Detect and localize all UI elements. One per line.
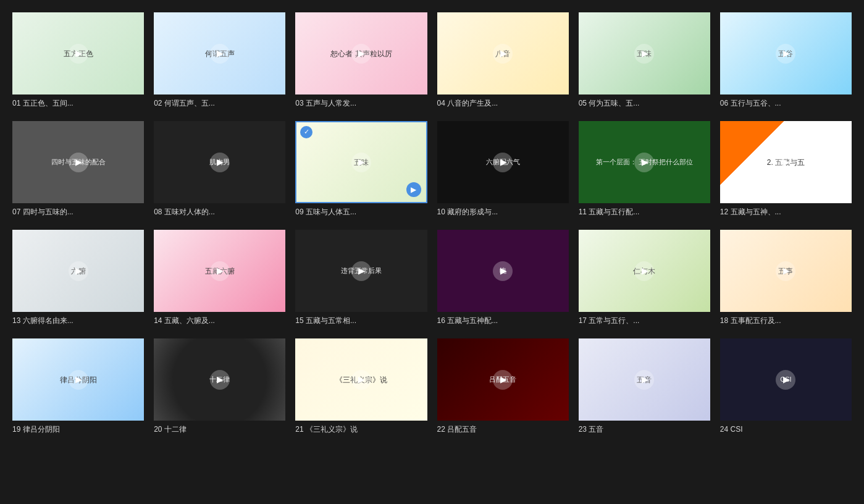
- thumbnail-6[interactable]: 五谷: [720, 12, 852, 94]
- thumbnail-4[interactable]: 八音: [437, 12, 569, 94]
- video-title-2: 02 何谓五声、五...: [154, 98, 285, 109]
- thumbnail-16[interactable]: 魄: [437, 230, 569, 312]
- video-item-6[interactable]: 五谷06 五行与五谷、...: [720, 12, 852, 109]
- play-button-16[interactable]: [493, 261, 513, 281]
- video-item-12[interactable]: 2. 五藏与五12 五藏与五神、...: [720, 121, 852, 217]
- play-button-11[interactable]: [634, 153, 654, 172]
- video-title-20: 20 十二律: [154, 424, 285, 435]
- thumbnail-8[interactable]: 肌肉男: [154, 121, 285, 203]
- play-button-19[interactable]: [69, 370, 88, 390]
- play-button-3[interactable]: [351, 44, 371, 64]
- thumbnail-20[interactable]: 十二律: [154, 338, 285, 421]
- video-item-14[interactable]: 五藏六腑14 五藏、六腑及...: [154, 230, 285, 326]
- video-title-21: 21 《三礼义宗》说: [295, 424, 427, 435]
- video-title-3: 03 五声与人常发...: [295, 98, 427, 109]
- play-button-12[interactable]: [776, 153, 795, 172]
- thumbnail-11[interactable]: 第一个层面： 五时祭把什么部位: [579, 121, 710, 203]
- thumbnail-9[interactable]: 五味✓▶: [295, 121, 427, 203]
- video-item-7[interactable]: 四时与五味的配合07 四时与五味的...: [12, 121, 144, 217]
- thumbnail-17[interactable]: 仁与木: [579, 230, 710, 312]
- video-title-14: 14 五藏、六腑及...: [154, 316, 285, 326]
- thumbnail-22[interactable]: 吕配五音: [437, 338, 569, 421]
- thumb-bg-8: 肌肉男: [154, 121, 285, 203]
- thumbnail-1[interactable]: 五方正色: [12, 12, 144, 94]
- play-button-8[interactable]: [210, 153, 230, 172]
- thumb-bg-3: 恕心者 其声粒以厉: [295, 12, 427, 94]
- thumbnail-7[interactable]: 四时与五味的配合: [12, 121, 144, 203]
- play-button-15[interactable]: [351, 261, 371, 281]
- thumbnail-15[interactable]: 违背五常后果: [295, 230, 427, 312]
- video-title-13: 13 六腑得名由来...: [12, 316, 144, 326]
- video-item-15[interactable]: 违背五常后果15 五藏与五常相...: [295, 230, 427, 326]
- play-button-9[interactable]: [351, 153, 371, 172]
- video-item-18[interactable]: 五事18 五事配五行及...: [720, 230, 852, 326]
- thumbnail-5[interactable]: 五味: [579, 12, 710, 94]
- thumb-bg-14: 五藏六腑: [154, 230, 285, 312]
- video-item-2[interactable]: 何谓五声02 何谓五声、五...: [154, 12, 285, 109]
- play-button-23[interactable]: [634, 370, 654, 390]
- thumbnail-10[interactable]: 六腑配六气: [437, 121, 569, 203]
- video-item-1[interactable]: 五方正色01 五正色、五间...: [12, 12, 144, 109]
- thumbnail-18[interactable]: 五事: [720, 230, 852, 312]
- video-item-20[interactable]: 十二律20 十二律: [154, 338, 285, 435]
- thumb-bg-18: 五事: [720, 230, 852, 312]
- video-item-5[interactable]: 五味05 何为五味、五...: [579, 12, 710, 109]
- video-item-22[interactable]: 吕配五音22 吕配五音: [437, 338, 569, 435]
- thumbnail-23[interactable]: 五音: [579, 338, 710, 421]
- play-button-17[interactable]: [634, 261, 654, 281]
- video-item-13[interactable]: 六腑13 六腑得名由来...: [12, 230, 144, 326]
- video-item-24[interactable]: CSI24 CSI: [720, 338, 852, 435]
- thumb-bg-9: 五味✓▶: [296, 122, 426, 202]
- video-item-10[interactable]: 六腑配六气10 藏府的形成与...: [437, 121, 569, 217]
- video-item-19[interactable]: 律吕分阴阳19 律吕分阴阳: [12, 338, 144, 435]
- play-button-6[interactable]: [776, 44, 795, 64]
- video-item-11[interactable]: 第一个层面： 五时祭把什么部位11 五藏与五行配...: [579, 121, 710, 217]
- thumb-bg-17: 仁与木: [579, 230, 710, 312]
- play-button-5[interactable]: [634, 44, 654, 64]
- video-item-17[interactable]: 仁与木17 五常与五行、...: [579, 230, 710, 326]
- play-button-10[interactable]: [493, 153, 513, 172]
- play-button-4[interactable]: [493, 44, 513, 64]
- video-item-21[interactable]: 《三礼义宗》说21 《三礼义宗》说: [295, 338, 427, 435]
- play-button-1[interactable]: [69, 44, 88, 64]
- thumbnail-14[interactable]: 五藏六腑: [154, 230, 285, 312]
- thumbnail-13[interactable]: 六腑: [12, 230, 144, 312]
- thumbnail-21[interactable]: 《三礼义宗》说: [295, 338, 427, 421]
- play-button-24[interactable]: [776, 370, 795, 390]
- play-button-14[interactable]: [210, 261, 230, 281]
- thumbnail-3[interactable]: 恕心者 其声粒以厉: [295, 12, 427, 94]
- play-button-21[interactable]: [351, 370, 371, 390]
- play-button-18[interactable]: [776, 261, 795, 281]
- video-item-8[interactable]: 肌肉男08 五味对人体的...: [154, 121, 285, 217]
- video-item-16[interactable]: 魄16 五藏与五神配...: [437, 230, 569, 326]
- thumb-bg-7: 四时与五味的配合: [12, 121, 144, 203]
- video-title-15: 15 五藏与五常相...: [295, 316, 427, 326]
- thumb-bg-11: 第一个层面： 五时祭把什么部位: [579, 121, 710, 203]
- play-button-13[interactable]: [69, 261, 88, 281]
- video-item-9[interactable]: 五味✓▶09 五味与人体五...: [295, 121, 427, 217]
- thumb-bg-1: 五方正色: [12, 12, 144, 94]
- thumb-bg-13: 六腑: [12, 230, 144, 312]
- thumb-bg-24: CSI: [720, 338, 852, 421]
- thumb-bg-22: 吕配五音: [437, 338, 569, 421]
- video-item-23[interactable]: 五音23 五音: [579, 338, 710, 435]
- thumbnail-12[interactable]: 2. 五藏与五: [720, 121, 852, 203]
- video-item-3[interactable]: 恕心者 其声粒以厉03 五声与人常发...: [295, 12, 427, 109]
- thumbnail-2[interactable]: 何谓五声: [154, 12, 285, 94]
- thumb-bg-4: 八音: [437, 12, 569, 94]
- video-item-4[interactable]: 八音04 八音的产生及...: [437, 12, 569, 109]
- play-button-2[interactable]: [210, 44, 230, 64]
- thumb-bg-2: 何谓五声: [154, 12, 285, 94]
- play-button-20[interactable]: [210, 370, 230, 390]
- thumb-bg-23: 五音: [579, 338, 710, 421]
- thumb-bg-21: 《三礼义宗》说: [295, 338, 427, 421]
- video-title-10: 10 藏府的形成与...: [437, 207, 569, 217]
- play-button-7[interactable]: [69, 153, 88, 172]
- thumb-bg-16: 魄: [437, 230, 569, 312]
- next-badge-9[interactable]: ▶: [406, 182, 421, 197]
- play-button-22[interactable]: [493, 370, 513, 390]
- thumbnail-24[interactable]: CSI: [720, 338, 852, 421]
- thumbnail-19[interactable]: 律吕分阴阳: [12, 338, 144, 421]
- thumb-bg-19: 律吕分阴阳: [12, 338, 144, 421]
- thumb-bg-5: 五味: [579, 12, 710, 94]
